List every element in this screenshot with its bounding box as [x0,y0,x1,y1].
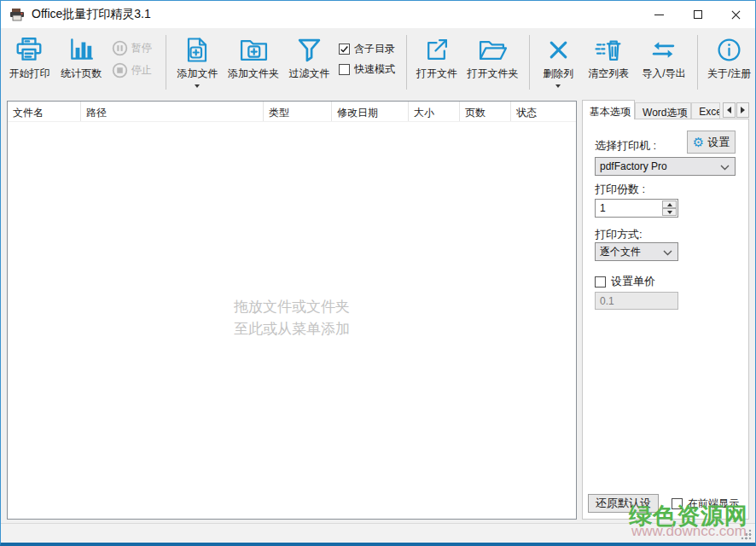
folder-plus-icon [239,33,269,66]
basic-options-page: 选择打印机 : ⚙ 设置 pdfFactory Pro 打印份数 : 1 [582,119,749,520]
file-list-header: 文件名 路径 类型 修改日期 大小 页数 状态 [8,102,576,122]
copies-label: 打印份数 : [595,182,645,197]
options-tabstrip: 基本选项 Word选项 Excel [582,100,749,119]
tab-basic-options[interactable]: 基本选项 [582,100,635,119]
toolbar: 开始打印 统计页数 暂停 [1,28,755,95]
minimize-icon [654,15,664,15]
window-title: Office批量打印精灵3.1 [32,7,151,22]
drop-hint: 拖放文件或文件夹 至此或从菜单添加 [8,296,576,340]
options-panel: 基本选项 Word选项 Excel 选择打印机 : ⚙ 设置 pdfFactor… [582,100,749,520]
tab-scroll-right-button[interactable] [736,102,749,118]
tab-scroll-buttons [722,102,749,118]
tab-scroll-left-icon [727,107,731,113]
print-mode-select[interactable]: 逐个文件 [595,242,678,261]
toolbar-separator [697,35,698,90]
tab-word-options[interactable]: Word选项 [635,102,691,119]
tab-excel-options[interactable]: Excel [691,102,720,119]
title-bar: Office批量打印精灵3.1 [1,1,755,28]
count-pages-button[interactable]: 统计页数 [55,32,108,79]
tab-scroll-right-icon [741,107,745,113]
unit-price-checkbox[interactable]: 设置单价 [595,274,655,289]
checkmark-icon [340,44,349,54]
delete-column-button[interactable]: 删除列 [535,32,582,88]
stop-button: 停止 [112,62,157,78]
funnel-icon [296,33,323,66]
close-icon [730,9,741,20]
maximize-button[interactable] [678,1,717,28]
app-window: Office批量打印精灵3.1 开始打印 [0,0,756,546]
import-export-icon [650,33,677,66]
chevron-down-icon [720,165,730,171]
checkbox-unchecked [595,276,606,288]
add-file-button[interactable]: 添加文件 [172,32,224,88]
info-icon [716,33,742,66]
open-folder-icon [478,33,508,66]
toolbar-separator [529,35,530,90]
file-list-table[interactable]: 文件名 路径 类型 修改日期 大小 页数 状态 拖放文件或文件夹 至此或从菜单添… [7,101,577,520]
printer-icon [15,33,44,66]
start-print-button[interactable]: 开始打印 [4,32,55,79]
main-area: 文件名 路径 类型 修改日期 大小 页数 状态 拖放文件或文件夹 至此或从菜单添… [1,95,755,523]
column-header-status[interactable]: 状态 [511,102,576,121]
pause-stop-group: 暂停 停止 [108,32,160,78]
column-header-modified[interactable]: 修改日期 [332,102,409,121]
stop-icon [112,62,128,78]
maximize-icon [694,10,702,19]
copies-spinner [662,200,677,216]
pause-button: 暂停 [112,40,157,56]
print-mode-label: 打印方式: [595,227,643,242]
quick-mode-checkbox[interactable]: 快速模式 [339,62,397,77]
checkbox-checked [339,44,350,55]
column-header-filename[interactable]: 文件名 [8,102,81,121]
watermark-site-url: www.downcc.com [631,523,747,540]
bar-chart-icon [67,33,96,66]
spinner-down-icon [667,211,672,214]
filter-files-button[interactable]: 过滤文件 [283,32,335,79]
unit-price-input: 0.1 [595,292,678,310]
open-folder-button[interactable]: 打开文件夹 [462,32,523,79]
close-button[interactable] [717,1,755,28]
toolbar-checkbox-group: 含子目录 快速模式 [335,32,400,77]
file-plus-icon [184,33,210,66]
delete-x-icon [547,33,570,66]
column-header-path[interactable]: 路径 [81,102,264,121]
column-header-pages[interactable]: 页数 [460,102,511,121]
spinner-up-icon [667,203,672,206]
copies-input[interactable]: 1 [595,199,678,218]
tab-scroll-left-button[interactable] [723,102,736,118]
import-export-button[interactable]: 导入/导出 [636,32,693,79]
open-file-button[interactable]: 打开文件 [411,32,462,79]
toolbar-separator [406,35,407,90]
pause-icon [112,40,128,56]
toolbar-separator [166,35,166,90]
add-folder-button[interactable]: 添加文件夹 [224,32,283,79]
spinner-up-button[interactable] [662,200,677,208]
open-file-icon [423,33,450,66]
printer-select[interactable]: pdfFactory Pro [595,157,736,176]
column-header-size[interactable]: 大小 [409,102,460,121]
checkbox-unchecked [339,64,350,75]
about-register-button[interactable]: 关于/注册 [703,32,755,79]
clear-list-button[interactable]: 清空列表 [582,32,636,79]
spinner-down-button[interactable] [662,208,677,216]
printer-label: 选择打印机 : [595,138,656,154]
minimize-button[interactable] [640,1,678,28]
clear-list-icon [595,33,623,66]
app-icon [9,8,25,21]
chevron-down-icon [663,250,672,256]
gear-icon: ⚙ [693,136,704,148]
dropdown-caret-icon[interactable] [195,84,200,88]
column-header-type[interactable]: 类型 [264,102,332,121]
dropdown-caret-icon[interactable] [555,84,561,88]
include-subdirs-checkbox[interactable]: 含子目录 [339,42,397,56]
printer-settings-button[interactable]: ⚙ 设置 [687,131,736,154]
